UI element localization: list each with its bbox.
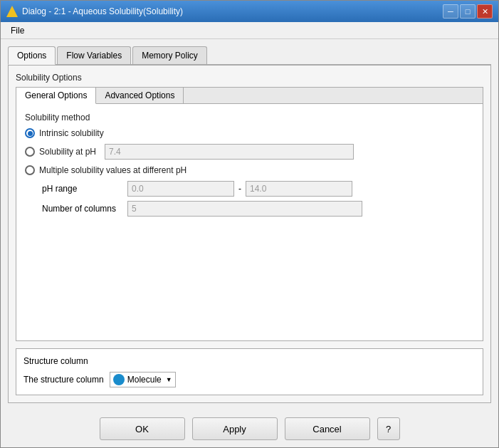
title-bar: Dialog - 2:1 - Aqueous Solubility(Solubi… [1, 1, 498, 22]
radio-row-multiple: Multiple solubility values at different … [25, 165, 474, 175]
main-panel: Solubility Options General Options Advan… [8, 65, 491, 403]
bottom-bar: OK Apply Cancel ? [1, 410, 498, 447]
window-title: Dialog - 2:1 - Aqueous Solubility(Solubi… [22, 6, 183, 16]
radio-at-ph-label: Solubility at pH [39, 147, 96, 157]
structure-row: The structure column Molecule ▼ [23, 372, 476, 387]
radio-row-at-ph: Solubility at pH [25, 144, 474, 160]
minimize-button[interactable]: ─ [443, 4, 458, 19]
ph-range-from-input[interactable] [127, 181, 234, 197]
title-bar-left: Dialog - 2:1 - Aqueous Solubility(Solubi… [6, 6, 183, 17]
tab-options[interactable]: Options [8, 46, 56, 65]
columns-input[interactable] [127, 201, 362, 217]
radio-intrinsic[interactable] [25, 128, 35, 138]
structure-column-label: Structure column [23, 356, 476, 366]
radio-multiple-ph-label: Multiple solubility values at different … [39, 165, 187, 175]
tab-bar: Options Flow Variables Memory Policy [8, 46, 491, 65]
title-controls: ─ □ ✕ [443, 4, 493, 19]
radio-row-intrinsic: Intrinsic solubility [25, 128, 474, 138]
menu-bar: File [1, 22, 498, 39]
ph-range-row: pH range - [42, 181, 474, 197]
warning-icon [6, 6, 18, 17]
maximize-button[interactable]: □ [460, 4, 476, 19]
tab-memory-policy[interactable]: Memory Policy [132, 46, 207, 64]
solubility-options-label: Solubility Options [16, 73, 483, 83]
ph-range-to-input[interactable] [246, 181, 352, 197]
ph-value-input[interactable] [105, 144, 354, 160]
close-button[interactable]: ✕ [477, 4, 493, 19]
molecule-icon [113, 374, 125, 385]
main-window: Dialog - 2:1 - Aqueous Solubility(Solubi… [0, 0, 499, 448]
structure-section: Structure column The structure column Mo… [16, 348, 483, 395]
range-separator: - [238, 184, 241, 194]
cancel-button[interactable]: Cancel [285, 417, 370, 440]
radio-multiple-ph[interactable] [25, 165, 35, 175]
content-area: Options Flow Variables Memory Policy Sol… [1, 39, 498, 410]
tab-flow-variables[interactable]: Flow Variables [57, 46, 131, 64]
ph-range-label: pH range [42, 184, 127, 194]
molecule-dropdown[interactable]: Molecule ▼ [110, 372, 176, 387]
structure-row-text: The structure column [23, 375, 104, 385]
molecule-dropdown-text: Molecule [127, 375, 162, 385]
file-menu[interactable]: File [6, 24, 28, 37]
solubility-method-label: Solubility method [25, 113, 474, 123]
general-options-content: Solubility method Intrinsic solubility S… [16, 104, 483, 340]
radio-intrinsic-label: Intrinsic solubility [39, 128, 104, 138]
inner-tab-bar: General Options Advanced Options [16, 88, 483, 104]
columns-row: Number of columns [42, 201, 474, 217]
help-button[interactable]: ? [377, 417, 400, 440]
tab-general-options[interactable]: General Options [16, 88, 96, 104]
dropdown-arrow-icon: ▼ [166, 376, 172, 383]
apply-button[interactable]: Apply [192, 417, 278, 440]
tab-advanced-options[interactable]: Advanced Options [96, 88, 184, 103]
inner-panel: General Options Advanced Options Solubil… [16, 87, 483, 341]
radio-at-ph[interactable] [25, 147, 35, 157]
columns-label: Number of columns [42, 204, 127, 214]
ok-button[interactable]: OK [100, 417, 185, 440]
